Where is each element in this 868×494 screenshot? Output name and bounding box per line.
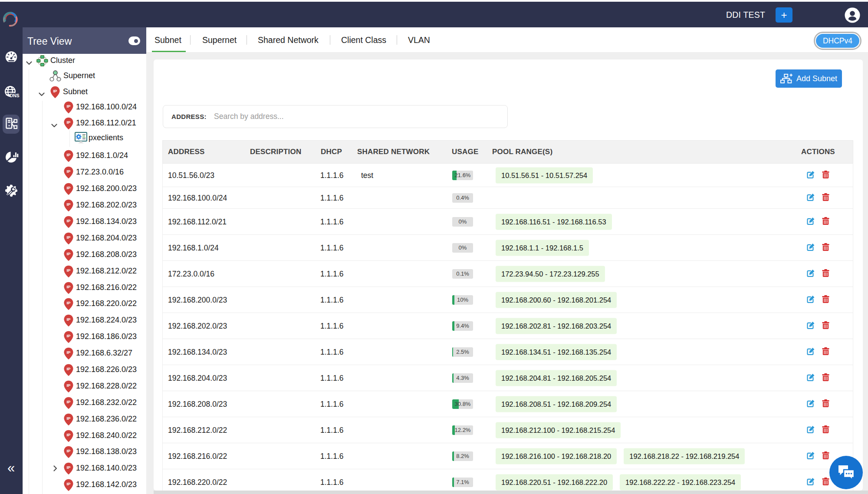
- svg-text:IP: IP: [66, 382, 71, 387]
- svg-text:IP: IP: [66, 366, 71, 371]
- svg-text:DNS: DNS: [10, 93, 19, 98]
- svg-text:IP: IP: [66, 284, 71, 289]
- svg-text:IP: IP: [66, 251, 71, 256]
- svg-text:IP: IP: [66, 300, 71, 305]
- svg-text:IP: IP: [66, 267, 71, 272]
- svg-text:IP: IP: [66, 201, 71, 206]
- svg-text:IP: IP: [66, 185, 71, 190]
- svg-text:IP: IP: [66, 152, 71, 157]
- svg-text:IP: IP: [66, 168, 71, 173]
- svg-text:IP: IP: [66, 432, 71, 437]
- svg-text:IP: IP: [66, 333, 71, 338]
- svg-text:IP: IP: [66, 415, 71, 420]
- svg-text:IP: IP: [66, 218, 71, 223]
- svg-text:IP: IP: [66, 119, 71, 124]
- svg-text:IP: IP: [66, 448, 71, 453]
- svg-text:IP: IP: [66, 399, 71, 404]
- svg-text:IP: IP: [66, 349, 71, 354]
- svg-text:IP: IP: [66, 234, 71, 239]
- svg-text:IP: IP: [66, 464, 71, 469]
- svg-text:IP: IP: [66, 481, 71, 486]
- svg-text:IP: IP: [66, 316, 71, 321]
- svg-text:IP: IP: [53, 88, 57, 93]
- svg-text:IP: IP: [66, 103, 71, 108]
